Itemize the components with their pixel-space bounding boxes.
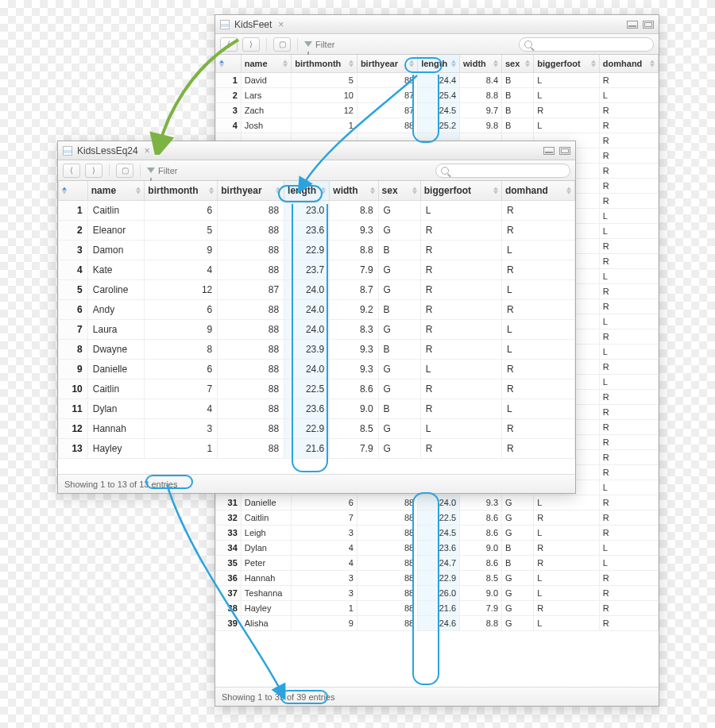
- cell-birthyear: 88: [218, 419, 284, 439]
- table-row[interactable]: 32Caitlin78822.58.6GRR: [216, 510, 659, 526]
- table-row[interactable]: 31Danielle68824.09.3GLR: [216, 495, 659, 510]
- pane-kidslesseq24: KidsLessEq24 × ⟨ ⟩ ▢ Filter namebirthmon…: [57, 141, 576, 494]
- cell-name: Dylan: [87, 399, 145, 419]
- titlebar-kidsfeet[interactable]: KidsFeet ×: [215, 15, 659, 34]
- search-box[interactable]: [519, 37, 654, 52]
- back-button[interactable]: ⟨: [220, 37, 238, 52]
- titlebar-kidslesseq24[interactable]: KidsLessEq24 ×: [58, 141, 575, 160]
- table-row[interactable]: 11Dylan48823.69.0BRL: [59, 399, 575, 419]
- table-row[interactable]: 4Kate48823.77.9GRR: [59, 260, 575, 280]
- cell-width: 8.8: [460, 616, 502, 631]
- cell-domhand: L: [599, 269, 658, 284]
- cell-domhand: L: [599, 375, 658, 390]
- row-number: 39: [216, 616, 242, 631]
- filter-button[interactable]: Filter: [304, 40, 334, 49]
- table-row[interactable]: 37Teshanna38826.09.0GLR: [216, 586, 659, 601]
- grid-kidslesseq24: namebirthmonthbirthyearlengthwidthsexbig…: [58, 181, 575, 474]
- cell-sex: G: [502, 510, 534, 526]
- cell-sex: B: [378, 300, 420, 320]
- row-number-header[interactable]: [59, 181, 88, 201]
- cell-name: Damon: [87, 241, 145, 260]
- forward-button[interactable]: ⟩: [85, 164, 102, 178]
- popout-button[interactable]: ▢: [273, 37, 291, 52]
- row-number-header[interactable]: [216, 55, 242, 73]
- cell-birthyear: 87: [218, 280, 284, 300]
- column-header-length[interactable]: length: [284, 181, 330, 201]
- maximize-button[interactable]: [559, 147, 570, 155]
- cell-domhand: L: [599, 88, 658, 103]
- table-row[interactable]: 34Dylan48823.69.0BRL: [216, 541, 659, 556]
- table-row[interactable]: 38Hayley18821.67.9GRR: [216, 601, 659, 616]
- row-number: 35: [216, 556, 242, 571]
- cell-length: 23.7: [284, 260, 330, 280]
- table-row[interactable]: 3Damon98822.98.8BRL: [59, 241, 575, 260]
- table-row[interactable]: 4Josh18825.29.8BLR: [216, 118, 659, 133]
- minimize-button[interactable]: [543, 147, 555, 155]
- column-header-biggerfoot[interactable]: biggerfoot: [534, 55, 600, 73]
- cell-width: 9.3: [330, 360, 378, 379]
- cell-sex: B: [502, 73, 534, 88]
- column-header-birthyear[interactable]: birthyear: [218, 181, 284, 201]
- cell-birthmonth: 3: [292, 526, 358, 541]
- status-text-kidslesseq24: Showing 1 to 13 of 13 entries: [64, 480, 177, 489]
- table-row[interactable]: 12Hannah38822.98.5GLR: [59, 419, 575, 439]
- cell-sex: G: [378, 419, 420, 439]
- filter-button[interactable]: Filter: [147, 166, 177, 175]
- close-tab-icon[interactable]: ×: [143, 145, 152, 156]
- cell-domhand: R: [599, 179, 658, 194]
- table-row[interactable]: 1David58824.48.4BLR: [216, 73, 659, 88]
- column-header-name[interactable]: name: [87, 181, 145, 201]
- column-header-domhand[interactable]: domhand: [501, 181, 574, 201]
- maximize-button[interactable]: [643, 21, 654, 29]
- cell-birthyear: 87: [357, 103, 417, 118]
- column-header-name[interactable]: name: [241, 55, 292, 73]
- forward-button[interactable]: ⟩: [242, 37, 260, 52]
- table-row[interactable]: 39Alisha98824.68.8GLR: [216, 616, 659, 631]
- table-row[interactable]: 7Laura98824.08.3GRL: [59, 320, 575, 340]
- close-tab-icon[interactable]: ×: [276, 19, 285, 30]
- cell-birthmonth: 12: [292, 103, 358, 118]
- cell-name: Kate: [87, 260, 145, 280]
- minimize-button[interactable]: [627, 21, 638, 29]
- table-row[interactable]: 36Hannah38822.98.5GLR: [216, 571, 659, 586]
- table-row[interactable]: 2Eleanor58823.69.3GRR: [59, 221, 575, 241]
- search-input[interactable]: [535, 39, 648, 50]
- table-row[interactable]: 5Caroline128724.08.7GRL: [59, 280, 575, 300]
- cell-birthyear: 88: [357, 510, 417, 526]
- cell-domhand: R: [501, 360, 574, 379]
- cell-biggerfoot: L: [534, 526, 600, 541]
- table-row[interactable]: 8Dwayne88823.99.3BRL: [59, 340, 575, 360]
- column-header-sex[interactable]: sex: [378, 181, 420, 201]
- table-row[interactable]: 1Caitlin68823.08.8GLR: [59, 201, 575, 221]
- column-header-birthmonth[interactable]: birthmonth: [145, 181, 218, 201]
- column-header-birthyear[interactable]: birthyear: [357, 55, 417, 73]
- column-header-biggerfoot[interactable]: biggerfoot: [420, 181, 501, 201]
- column-header-length[interactable]: length: [418, 55, 460, 73]
- column-header-birthmonth[interactable]: birthmonth: [292, 55, 358, 73]
- cell-biggerfoot: R: [420, 260, 501, 280]
- table-row[interactable]: 33Leigh38824.58.6GLR: [216, 526, 659, 541]
- cell-biggerfoot: R: [534, 541, 600, 556]
- search-box[interactable]: [435, 164, 570, 178]
- table-row[interactable]: 9Danielle68824.09.3GLR: [59, 360, 575, 379]
- table-row[interactable]: 35Peter48824.78.6BRL: [216, 556, 659, 571]
- cell-biggerfoot: R: [534, 103, 600, 118]
- cell-birthmonth: 9: [145, 320, 218, 340]
- table-row[interactable]: 13Hayley18821.67.9GRR: [59, 439, 575, 459]
- column-header-domhand[interactable]: domhand: [599, 55, 658, 73]
- column-header-sex[interactable]: sex: [502, 55, 534, 73]
- grid-scroll[interactable]: namebirthmonthbirthyearlengthwidthsexbig…: [58, 181, 575, 474]
- popout-button[interactable]: ▢: [116, 164, 133, 178]
- cell-birthmonth: 6: [292, 495, 358, 510]
- back-button[interactable]: ⟨: [63, 164, 80, 178]
- table-row[interactable]: 10Caitlin78822.58.6GRR: [59, 379, 575, 399]
- table-row[interactable]: 2Lars108725.48.8BLL: [216, 88, 659, 103]
- search-input[interactable]: [452, 165, 565, 176]
- cell-width: 8.6: [460, 556, 502, 571]
- table-row[interactable]: 6Andy68824.09.2BRR: [59, 300, 575, 320]
- column-header-width[interactable]: width: [460, 55, 502, 73]
- column-header-width[interactable]: width: [330, 181, 378, 201]
- table-row[interactable]: 3Zach128724.59.7BRR: [216, 103, 659, 118]
- cell-birthmonth: 3: [292, 586, 358, 601]
- cell-birthmonth: 6: [145, 360, 218, 379]
